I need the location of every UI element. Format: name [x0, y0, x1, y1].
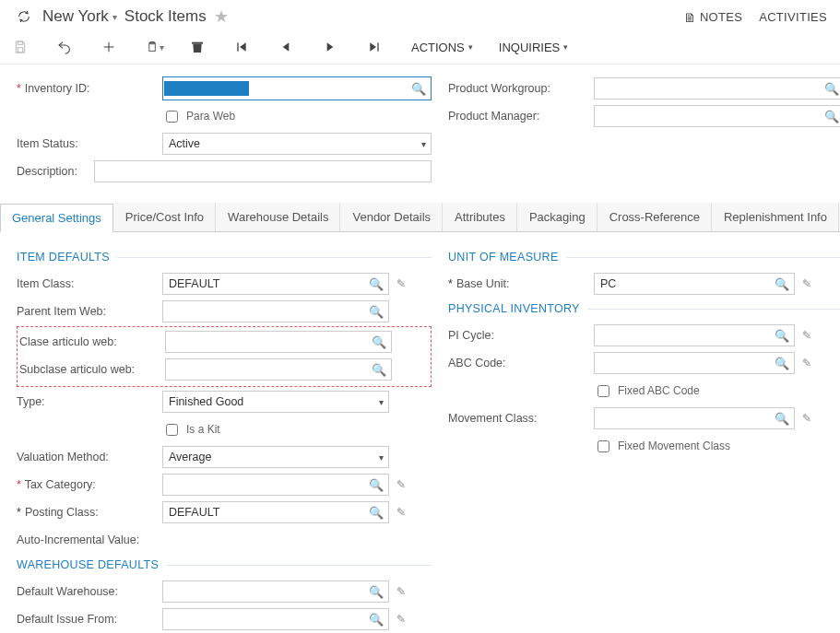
parent-item-web-input[interactable]	[162, 300, 389, 322]
item-status-label: Item Status:	[17, 137, 162, 150]
default-issue-from-input[interactable]	[162, 608, 389, 630]
pi-cycle-input[interactable]	[594, 324, 795, 346]
subclase-articulo-web-input[interactable]	[165, 358, 392, 381]
refresh-icon[interactable]	[13, 6, 35, 28]
valuation-method-select[interactable]	[162, 446, 389, 468]
pencil-icon[interactable]: ✎	[393, 506, 409, 519]
physical-inventory-section-title: PHYSICAL INVENTORY	[448, 302, 840, 315]
actions-label: ACTIONS	[411, 41, 465, 54]
inquiries-menu[interactable]: INQUIRIES▾	[499, 41, 568, 54]
tab-attributes[interactable]: Attributes	[443, 203, 517, 231]
pencil-icon[interactable]: ✎	[393, 478, 409, 491]
item-class-input[interactable]	[162, 273, 389, 295]
fixed-movement-class-checkbox[interactable]: Fixed Movement Class	[594, 438, 730, 455]
subclase-articulo-web-label: Subclase articulo web:	[19, 363, 165, 376]
toolbar: ▾ ACTIONS▾ INQUIRIES▾	[0, 32, 840, 64]
svg-marker-8	[240, 42, 246, 51]
pencil-icon[interactable]: ✎	[799, 329, 815, 342]
type-label: Type:	[17, 395, 162, 408]
tab-price-cost-info[interactable]: Price/Cost Info	[113, 203, 216, 231]
base-unit-input[interactable]	[594, 273, 795, 295]
product-workgroup-label: Product Workgroup:	[448, 82, 594, 95]
svg-marker-9	[283, 42, 290, 51]
activities-label: ACTIVITIES	[759, 10, 827, 24]
notes-label: NOTES	[700, 10, 742, 24]
pencil-icon[interactable]: ✎	[393, 585, 409, 598]
save-icon	[13, 40, 31, 54]
tab-general-settings[interactable]: General Settings	[0, 204, 113, 232]
undo-icon[interactable]	[57, 40, 76, 54]
svg-marker-10	[327, 42, 334, 51]
prev-record-icon[interactable]	[278, 40, 297, 54]
breadcrumb-company-label: New York	[42, 7, 109, 26]
svg-marker-12	[370, 42, 376, 51]
favorite-star-icon[interactable]: ★	[214, 6, 229, 27]
clipboard-icon[interactable]: ▾	[146, 40, 164, 54]
description-input[interactable]	[94, 160, 432, 182]
tab-replenishment-info[interactable]: Replenishment Info	[712, 203, 839, 231]
svg-rect-0	[18, 41, 22, 44]
inventory-id-label: *Inventory ID:	[17, 82, 162, 95]
tab-cross-reference[interactable]: Cross-Reference	[597, 203, 712, 231]
tab-packaging[interactable]: Packaging	[517, 203, 597, 231]
type-select[interactable]	[162, 391, 389, 413]
chevron-down-icon: ▾	[112, 12, 117, 22]
clase-articulo-web-input[interactable]	[165, 331, 392, 353]
tab-vendor-details[interactable]: Vendor Details	[340, 203, 443, 231]
pencil-icon[interactable]: ✎	[799, 412, 815, 425]
tax-category-input[interactable]	[162, 474, 389, 496]
svg-rect-11	[377, 42, 378, 51]
actions-menu[interactable]: ACTIONS▾	[411, 41, 473, 54]
activities-link[interactable]: ACTIVITIES	[759, 10, 827, 24]
pi-cycle-label: PI Cycle:	[448, 329, 594, 342]
notes-link[interactable]: 🗎NOTES	[683, 9, 743, 24]
abc-code-input[interactable]	[594, 352, 795, 374]
is-a-kit-checkbox[interactable]: Is a Kit	[162, 421, 220, 439]
tab-warehouse-details[interactable]: Warehouse Details	[216, 203, 340, 231]
svg-rect-6	[192, 42, 203, 44]
pencil-icon[interactable]: ✎	[393, 277, 409, 290]
last-record-icon[interactable]	[367, 40, 385, 54]
movement-class-input[interactable]	[594, 407, 795, 429]
breadcrumb-company[interactable]: New York ▾	[42, 7, 117, 26]
title-bar: New York ▾ Stock Items ★ 🗎NOTES ACTIVITI…	[0, 0, 840, 32]
pencil-icon[interactable]: ✎	[799, 277, 815, 290]
para-web-checkbox[interactable]: Para Web	[162, 108, 235, 125]
tax-category-label: *Tax Category:	[17, 478, 162, 491]
warehouse-defaults-section-title: WAREHOUSE DEFAULTS	[17, 558, 432, 571]
pencil-icon[interactable]: ✎	[799, 357, 815, 369]
fixed-abc-code-checkbox[interactable]: Fixed ABC Code	[594, 382, 700, 400]
default-warehouse-label: Default Warehouse:	[17, 585, 162, 598]
description-label: Description:	[17, 165, 94, 178]
para-web-label: Para Web	[186, 110, 235, 123]
inventory-id-input[interactable]: 🔍	[162, 76, 432, 100]
posting-class-input[interactable]	[162, 501, 389, 523]
next-record-icon[interactable]	[323, 40, 341, 54]
fixed-abc-code-label: Fixed ABC Code	[618, 384, 700, 397]
product-manager-input[interactable]	[594, 105, 840, 127]
fixed-movement-class-label: Fixed Movement Class	[618, 440, 730, 452]
chevron-down-icon: ▾	[468, 42, 473, 52]
pencil-icon[interactable]: ✎	[393, 613, 409, 626]
chevron-down-icon: ▾	[160, 42, 164, 53]
inquiries-label: INQUIRIES	[499, 41, 560, 54]
posting-class-label: *Posting Class:	[17, 506, 162, 519]
item-class-label: Item Class:	[17, 277, 162, 290]
breadcrumb-screen[interactable]: Stock Items	[124, 7, 207, 26]
unit-of-measure-section-title: UNIT OF MEASURE	[448, 251, 840, 264]
item-status-select[interactable]	[162, 133, 432, 155]
movement-class-label: Movement Class:	[448, 412, 594, 425]
highlighted-custom-fields: Clase articulo web: 🔍 Subclase articulo …	[17, 326, 432, 387]
chevron-down-icon: ▾	[563, 42, 568, 52]
auto-incremental-label: Auto-Incremental Value:	[17, 533, 162, 546]
parent-item-web-label: Parent Item Web:	[17, 305, 162, 318]
inventory-id-selection	[164, 81, 249, 96]
product-workgroup-input[interactable]	[594, 77, 840, 100]
delete-icon[interactable]	[190, 40, 208, 54]
clase-articulo-web-label: Clase articulo web:	[19, 335, 165, 348]
is-a-kit-label: Is a Kit	[186, 423, 220, 436]
add-icon[interactable]	[101, 40, 120, 54]
first-record-icon[interactable]	[234, 40, 253, 54]
default-warehouse-input[interactable]	[162, 580, 389, 603]
base-unit-label: *Base Unit:	[448, 277, 594, 290]
